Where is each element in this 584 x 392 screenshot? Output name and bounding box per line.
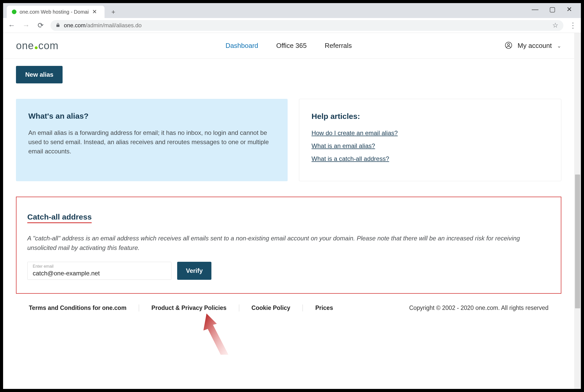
- footer-prices[interactable]: Prices: [315, 304, 345, 311]
- svg-point-1: [508, 43, 510, 45]
- footer-terms[interactable]: Terms and Conditions for one.com: [29, 304, 139, 311]
- nav-reload-icon[interactable]: ⟳: [36, 21, 45, 30]
- info-alias-body: An email alias is a forwarding address f…: [28, 128, 275, 156]
- nav-back-icon[interactable]: ←: [7, 21, 16, 30]
- site-header: onecom Dashboard Office 365 Referrals My…: [3, 33, 574, 59]
- window-maximize-icon[interactable]: ▢: [549, 6, 556, 13]
- scrollbar-thumb[interactable]: [575, 175, 580, 308]
- url-input[interactable]: one.com/admin/mail/aliases.do ☆: [50, 20, 563, 31]
- help-link[interactable]: What is an email alias?: [312, 142, 549, 150]
- catch-all-email-input[interactable]: [33, 270, 166, 277]
- help-articles-title: Help articles:: [312, 112, 549, 121]
- bookmark-star-icon[interactable]: ☆: [552, 21, 558, 29]
- user-icon: [505, 41, 512, 50]
- browser-menu-icon[interactable]: ⋮: [569, 21, 577, 30]
- favicon-icon: [12, 10, 16, 14]
- site-logo[interactable]: onecom: [16, 40, 58, 51]
- nav-referrals[interactable]: Referrals: [325, 42, 352, 50]
- lock-icon: [56, 22, 60, 29]
- browser-tab-bar: one.com Web hosting - Domain ✕ + — ▢ ✕: [3, 3, 581, 18]
- url-text: one.com/admin/mail/aliases.do: [64, 22, 142, 29]
- nav-office365[interactable]: Office 365: [276, 42, 307, 50]
- new-alias-button[interactable]: New alias: [16, 66, 63, 83]
- page-content: onecom Dashboard Office 365 Referrals My…: [3, 33, 574, 389]
- account-menu[interactable]: My account ⌄: [505, 41, 561, 50]
- nav-forward-icon[interactable]: →: [22, 21, 30, 30]
- vertical-scrollbar[interactable]: [574, 33, 581, 389]
- footer-privacy[interactable]: Product & Privacy Policies: [151, 304, 239, 311]
- help-articles-card: Help articles: How do I create an email …: [299, 99, 561, 181]
- help-link[interactable]: What is a catch-all address?: [312, 155, 549, 162]
- browser-tab[interactable]: one.com Web hosting - Domain ✕: [7, 6, 105, 18]
- email-floating-label: Enter email: [33, 264, 166, 269]
- site-footer: Terms and Conditions for one.com Product…: [16, 294, 561, 322]
- close-tab-icon[interactable]: ✕: [92, 9, 97, 15]
- nav-dashboard[interactable]: Dashboard: [226, 42, 258, 50]
- account-label: My account: [518, 42, 552, 50]
- footer-copyright: Copyright © 2002 - 2020 one.com. All rig…: [409, 304, 548, 311]
- catch-all-description: A "catch-all" address is an email addres…: [27, 233, 550, 252]
- catch-all-section: Catch-all address A "catch-all" address …: [16, 197, 561, 294]
- info-alias-card: What's an alias? An email alias is a for…: [16, 99, 288, 181]
- catch-all-email-field[interactable]: Enter email: [27, 262, 171, 280]
- info-alias-title: What's an alias?: [28, 112, 275, 120]
- help-link[interactable]: How do I create an email alias?: [312, 129, 549, 137]
- window-minimize-icon[interactable]: —: [532, 6, 538, 13]
- tab-title: one.com Web hosting - Domain: [20, 9, 89, 15]
- new-tab-button[interactable]: +: [108, 7, 118, 17]
- verify-button[interactable]: Verify: [177, 262, 211, 280]
- window-close-icon[interactable]: ✕: [566, 6, 572, 13]
- footer-cookie[interactable]: Cookie Policy: [252, 304, 303, 311]
- catch-all-title: Catch-all address: [27, 213, 92, 223]
- chevron-down-icon: ⌄: [557, 43, 561, 49]
- browser-address-bar: ← → ⟳ one.com/admin/mail/aliases.do ☆ ⋮: [3, 18, 581, 33]
